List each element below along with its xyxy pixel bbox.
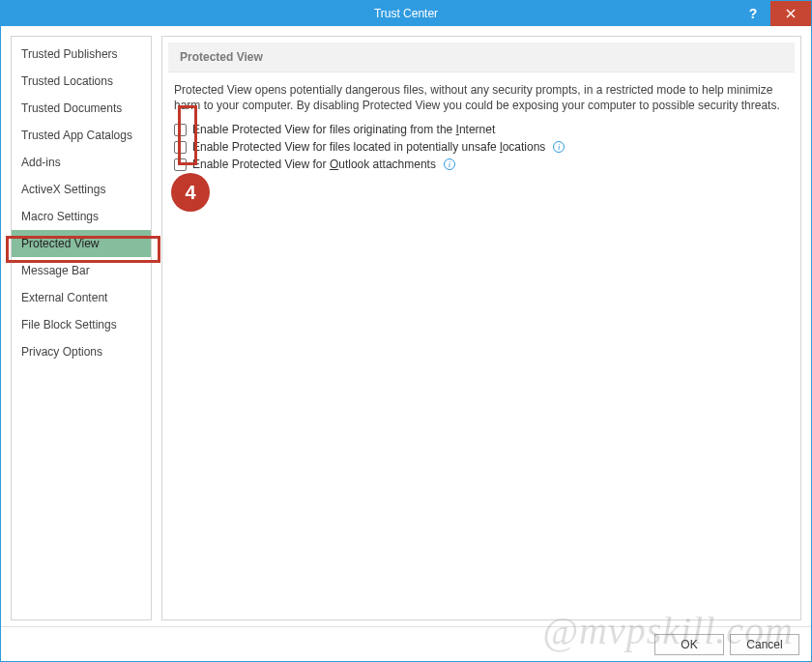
ok-button[interactable]: OK (654, 634, 724, 655)
sidebar-item-macro-settings[interactable]: Macro Settings (12, 203, 151, 230)
sidebar-item-file-block-settings[interactable]: File Block Settings (12, 311, 151, 338)
option-label: Enable Protected View for files originat… (192, 123, 495, 136)
titlebar: Trust Center ? (1, 1, 811, 26)
sidebar-item-privacy-options[interactable]: Privacy Options (12, 338, 151, 365)
sidebar-item-trusted-app-catalogs[interactable]: Trusted App Catalogs (12, 122, 151, 149)
info-icon[interactable]: i (444, 158, 455, 170)
dialog-body: Trusted Publishers Trusted Locations Tru… (1, 26, 811, 626)
option-label: Enable Protected View for Outlook attach… (192, 158, 436, 171)
section-description: Protected View opens potentially dangero… (162, 80, 800, 119)
sidebar-item-add-ins[interactable]: Add-ins (12, 149, 151, 176)
sidebar-item-activex-settings[interactable]: ActiveX Settings (12, 176, 151, 203)
dialog-footer: OK Cancel (1, 626, 811, 661)
option-checkbox-unsafe-locations[interactable] (174, 141, 187, 154)
sidebar-item-trusted-locations[interactable]: Trusted Locations (12, 68, 151, 95)
option-row: Enable Protected View for files originat… (174, 121, 789, 138)
main-panel: Protected View Protected View opens pote… (161, 36, 801, 620)
option-checkbox-outlook-attachments[interactable] (174, 158, 187, 171)
sidebar-item-trusted-publishers[interactable]: Trusted Publishers (12, 41, 151, 68)
close-icon (786, 9, 796, 18)
option-row: Enable Protected View for Outlook attach… (174, 156, 789, 173)
options-group: Enable Protected View for files originat… (162, 119, 800, 175)
option-checkbox-internet[interactable] (174, 124, 187, 136)
close-button[interactable] (770, 1, 811, 26)
info-icon[interactable]: i (553, 141, 565, 153)
option-row: Enable Protected View for files located … (174, 138, 789, 156)
window-controls: ? (736, 1, 811, 26)
sidebar: Trusted Publishers Trusted Locations Tru… (11, 36, 152, 620)
option-label: Enable Protected View for files located … (192, 140, 545, 154)
sidebar-item-message-bar[interactable]: Message Bar (12, 257, 151, 284)
sidebar-item-protected-view[interactable]: Protected View (12, 230, 151, 257)
cancel-button[interactable]: Cancel (730, 634, 799, 655)
trust-center-window: Trust Center ? Trusted Publishers Truste… (0, 0, 812, 662)
section-title: Protected View (168, 43, 795, 72)
sidebar-item-external-content[interactable]: External Content (12, 284, 151, 311)
sidebar-item-trusted-documents[interactable]: Trusted Documents (12, 95, 151, 122)
help-button[interactable]: ? (736, 1, 770, 26)
window-title: Trust Center (374, 7, 438, 20)
